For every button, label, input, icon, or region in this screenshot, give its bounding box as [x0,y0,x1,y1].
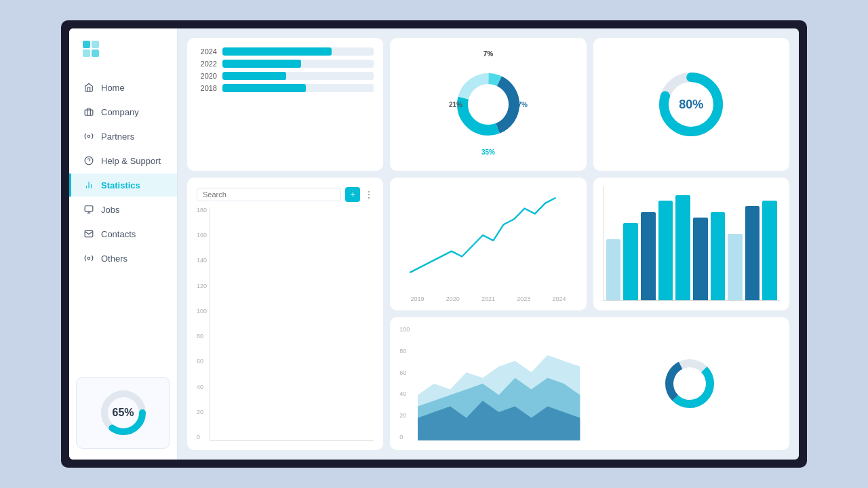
app-logo-icon [81,39,102,60]
svg-rect-3 [92,49,99,57]
y-label: 180 [197,207,207,214]
sidebar-donut-value: 65% [112,407,134,419]
sidebar-item-statistics[interactable]: Statistics [69,174,177,197]
large-donut-chart-card: 80% [593,38,789,171]
partners-icon [83,131,94,142]
sidebar-logo [69,39,177,76]
sidebar-item-label: Contacts [101,229,136,239]
bar-h-fill [222,60,301,68]
small-bar [606,239,621,300]
company-icon [83,106,94,117]
bar-h-track [222,84,374,92]
search-bar: + ⋮ [197,187,374,202]
small-bar-chart-card [593,178,789,310]
y-axis: 0 20 40 60 80 100 120 140 160 180 [197,207,210,441]
y-label: 100 [197,308,207,314]
small-bars-area [603,187,780,301]
svg-rect-11 [85,206,93,211]
stats-icon [83,180,94,190]
svg-point-5 [87,135,90,138]
small-donut-chart-card: 7% 37% 35% 21% [390,38,586,171]
others-icon [83,253,94,264]
more-options-icon[interactable]: ⋮ [364,189,374,200]
sidebar-item-partners[interactable]: Partners [69,125,177,148]
sidebar-item-label: Company [101,107,139,117]
svg-rect-1 [92,41,99,48]
add-button[interactable]: + [345,187,360,202]
svg-point-31 [679,373,701,394]
x-label: 2020 [446,296,460,302]
search-input[interactable] [197,188,341,201]
y-label: 20 [197,409,207,415]
sidebar-item-jobs[interactable]: Jobs [69,198,177,221]
sidebar-item-label: Home [101,83,125,93]
bar-h-row-2018: 2018 [197,84,374,92]
y-label: 120 [197,283,207,289]
bar-h-row-2022: 2022 [197,60,374,68]
line-chart-card: 2019 2020 2021 2023 2024 [390,178,586,310]
donut-label-37pct: 37% [514,101,528,108]
sidebar-donut-wrap: 65% [96,386,151,440]
bottom-donut-wrap [659,353,720,414]
donut-label-21pct: 21% [449,101,462,108]
jobs-icon [83,204,94,215]
y-label: 160 [197,232,207,239]
small-bar [711,212,726,300]
area-chart-card: 0 20 40 60 80 100 [390,317,789,450]
y-label: 60 [399,370,410,376]
small-bar [658,201,673,300]
bar-h-fill [222,72,286,80]
large-donut-value: 80% [679,98,703,112]
sidebar-item-contacts[interactable]: Contacts [69,222,177,245]
small-bar [762,201,777,300]
sidebar-item-label: Others [101,253,127,264]
x-label: 2023 [517,296,530,302]
donut-label-7pct: 7% [484,50,493,58]
y-label: 100 [399,327,410,333]
small-bar [745,206,760,300]
sidebar-bottom-card: 65% [76,377,170,449]
sidebar-item-others[interactable]: Others [69,247,177,270]
area-chart-right [590,317,789,450]
small-bar [675,195,690,300]
bars-area [210,207,374,441]
home-icon [83,82,94,93]
svg-point-14 [87,257,90,260]
y-label: 20 [399,413,410,419]
y-label: 40 [399,391,410,397]
bar-h-track [222,47,374,56]
sidebar-item-help-support[interactable]: Help & Support [69,149,177,172]
bar-h-year-label: 2024 [197,47,217,56]
screen-inner: Home Company Partners [69,28,799,460]
bar-h-track [222,60,374,68]
area-chart-svg [418,327,580,441]
svg-rect-0 [83,41,90,48]
area-chart-left: 0 20 40 60 80 100 [390,317,589,450]
small-bar [728,234,743,300]
bar-h-fill [222,47,332,56]
bar-chart-container: 0 20 40 60 80 100 120 140 160 180 [197,207,374,441]
y-label: 0 [399,434,410,441]
area-chart-content: 0 20 40 60 80 100 [399,327,580,441]
small-bar [693,218,708,300]
screen: Home Company Partners [61,20,807,468]
sidebar-navigation: Home Company Partners [69,76,177,270]
bar-h-year-label: 2020 [197,72,217,80]
sidebar-item-label: Partners [101,131,134,142]
area-chart-wrap [418,327,580,441]
y-label: 80 [399,348,410,354]
svg-rect-4 [85,110,93,115]
y-label: 80 [197,333,207,340]
bar-h-row-2020: 2020 [197,72,374,80]
sidebar-item-home[interactable]: Home [69,76,177,99]
bottom-donut-svg [659,353,720,414]
y-label: 40 [197,384,207,390]
help-icon [83,155,94,166]
sidebar-item-label: Help & Support [101,156,161,166]
sidebar-item-company[interactable]: Company [69,100,177,123]
small-donut-container: 7% 37% 35% 21% [448,47,529,161]
large-donut-wrap: 80% [654,67,728,142]
y-label: 60 [197,359,207,365]
main-content: 2024 2022 2020 [178,28,799,460]
vertical-bar-chart-card: + ⋮ 0 20 40 60 80 100 120 140 160 180 [187,178,383,450]
